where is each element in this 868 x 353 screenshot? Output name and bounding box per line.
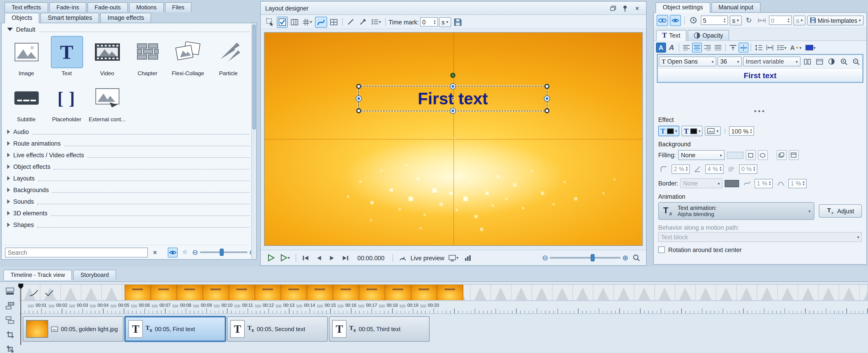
zoom-fit-icon[interactable] bbox=[630, 252, 642, 263]
font-family-dropdown[interactable]: T Open Sans▾ bbox=[659, 57, 716, 66]
favorites-star-icon[interactable]: ☆ bbox=[180, 247, 190, 257]
italic-button[interactable]: A bbox=[666, 42, 677, 53]
tab-files[interactable]: Files bbox=[165, 2, 192, 12]
corner-radius-spinner[interactable]: 2 %▴▾ bbox=[672, 164, 690, 173]
spinner-arrows-icon[interactable]: ▴▾ bbox=[724, 18, 725, 23]
edit-mode-checkbox-icon[interactable] bbox=[277, 17, 288, 28]
handle-bottom-right[interactable] bbox=[545, 108, 550, 113]
offset-unit-dropdown[interactable]: s▾ bbox=[793, 15, 805, 25]
handle-top-center[interactable] bbox=[451, 84, 456, 89]
slider-thumb[interactable] bbox=[591, 254, 595, 261]
object-subtitle[interactable]: Subtitle bbox=[6, 82, 46, 122]
spinner-arrows-icon[interactable]: ▴▾ bbox=[750, 128, 752, 134]
object-image[interactable]: Image bbox=[6, 36, 46, 76]
filling-dropdown[interactable]: None▾ bbox=[678, 150, 724, 160]
align-right-button[interactable] bbox=[703, 42, 713, 53]
link-duration-icon[interactable] bbox=[657, 14, 668, 26]
tab-storyboard[interactable]: Storyboard bbox=[73, 270, 116, 280]
step-forward-icon[interactable] bbox=[327, 252, 338, 263]
subtab-opacity[interactable]: Opacity bbox=[688, 30, 729, 40]
clip-first-text[interactable]: T Tx 00:05, First text bbox=[125, 316, 226, 342]
text-outline-style-button[interactable]: T ▾ bbox=[682, 126, 703, 136]
section-default[interactable]: Default bbox=[2, 23, 256, 35]
text-object-selection[interactable]: First text bbox=[358, 86, 548, 112]
filling-color-swatch[interactable] bbox=[727, 151, 743, 159]
border-dropdown[interactable]: None▾ bbox=[681, 178, 723, 188]
canvas-zoom-slider[interactable]: ⊖ ⊕ bbox=[542, 254, 628, 261]
restore-window-icon[interactable] bbox=[609, 4, 617, 12]
border-blur-spinner[interactable]: 1 %▴▾ bbox=[788, 179, 806, 188]
object-text[interactable]: T Text bbox=[46, 36, 87, 76]
loop-refresh-icon[interactable]: ↻ bbox=[743, 14, 754, 26]
tab-manual-input[interactable]: Manual input bbox=[711, 2, 761, 12]
monitor-icon[interactable]: ▾ bbox=[446, 252, 460, 263]
select-tool-icon[interactable] bbox=[264, 17, 276, 28]
splitter-handle[interactable]: ••• bbox=[654, 109, 866, 114]
char-spacing-button[interactable] bbox=[765, 42, 775, 53]
grid-icon[interactable]: ▾ bbox=[301, 17, 314, 28]
layers-icon[interactable] bbox=[4, 301, 16, 311]
spinner-arrows-icon[interactable]: ▴▾ bbox=[788, 18, 789, 23]
adjust-animation-button[interactable]: T x Adjust bbox=[819, 204, 862, 218]
section-live-effects[interactable]: Live effects / Video effects bbox=[2, 149, 256, 161]
motion-path-dropdown[interactable]: Text block▾ bbox=[658, 232, 862, 242]
zoom-in-icon[interactable]: ⊕ bbox=[622, 254, 628, 261]
playhead[interactable] bbox=[21, 284, 21, 345]
pen-line-icon[interactable] bbox=[358, 17, 369, 28]
align-center-button[interactable] bbox=[692, 42, 702, 53]
thumbnail-zoom-slider[interactable]: ⊖ ⊕ bbox=[192, 248, 255, 256]
tab-objects[interactable]: Objects bbox=[4, 13, 39, 23]
handle-bottom-left[interactable] bbox=[356, 108, 361, 113]
zoom-out-icon[interactable]: ⊖ bbox=[542, 254, 548, 261]
font-color-button[interactable]: A bbox=[656, 42, 666, 53]
section-backgrounds[interactable]: Backgrounds bbox=[2, 184, 256, 196]
spinner-arrows-icon[interactable]: ▴▾ bbox=[434, 19, 435, 25]
rotation-handle[interactable] bbox=[451, 73, 456, 78]
text-effects-button[interactable]: A✦▾ bbox=[789, 42, 803, 53]
preview-eye-icon[interactable] bbox=[168, 247, 178, 257]
rotation-checkbox[interactable] bbox=[658, 246, 665, 253]
blur-spinner[interactable]: 0 %▴▾ bbox=[739, 164, 757, 173]
frame-style-button[interactable] bbox=[777, 150, 787, 160]
handle-middle-right[interactable] bbox=[545, 96, 550, 101]
offset-spinner[interactable]: 0 ▴▾ bbox=[769, 16, 792, 25]
slope-spinner[interactable]: 4 %▴▾ bbox=[705, 164, 723, 173]
slider-thumb[interactable] bbox=[220, 248, 223, 256]
time-mark-spinner[interactable]: 0 ▴▾ bbox=[420, 17, 438, 26]
tab-timeline-track-view[interactable]: Timeline - Track view bbox=[3, 270, 72, 280]
duration-unit-dropdown[interactable]: s▾ bbox=[730, 15, 742, 25]
crop-icon[interactable] bbox=[4, 329, 16, 340]
zoom-out-text-icon[interactable] bbox=[850, 56, 861, 67]
tab-image-effects[interactable]: Image effects bbox=[100, 13, 151, 23]
tab-smart-templates[interactable]: Smart templates bbox=[40, 13, 99, 23]
line-spacing-button[interactable] bbox=[753, 42, 764, 53]
clear-search-icon[interactable]: × bbox=[150, 247, 160, 257]
pin-window-icon[interactable] bbox=[621, 4, 629, 12]
text-layout-icon[interactable] bbox=[814, 56, 825, 67]
timeline-ruler[interactable]: 00:0150000:0250000:0350000:0450000:05500… bbox=[19, 302, 868, 314]
tab-fade-ins[interactable]: Fade-ins bbox=[49, 2, 86, 12]
effect-opacity-spinner[interactable]: 100 % ▴▾ bbox=[729, 126, 754, 136]
search-input[interactable] bbox=[5, 247, 148, 257]
visibility-eye-icon[interactable] bbox=[670, 14, 681, 26]
section-sounds[interactable]: Sounds bbox=[2, 196, 256, 207]
texture-fill-button[interactable]: ▾ bbox=[705, 126, 721, 136]
zoom-out-icon[interactable]: ⊖ bbox=[192, 248, 198, 256]
font-size-dropdown[interactable]: 36▾ bbox=[717, 57, 742, 66]
border-width-spinner[interactable]: 1 %▴▾ bbox=[754, 179, 773, 188]
duration-spinner[interactable]: 5 ▴▾ bbox=[701, 16, 728, 25]
tab-object-settings[interactable]: Object settings bbox=[655, 2, 710, 13]
time-unit-dropdown[interactable]: s▾ bbox=[439, 17, 451, 27]
section-3d-elements[interactable]: 3D elements bbox=[2, 207, 256, 219]
clip-third-text[interactable]: T Tx 00:05, Third text bbox=[329, 316, 429, 342]
clip-golden-light[interactable]: 00:05, golden light.jpg bbox=[23, 316, 123, 342]
section-object-effects[interactable]: Object effects bbox=[2, 161, 256, 172]
section-layouts[interactable]: Layouts bbox=[2, 172, 256, 184]
object-flexi-collage[interactable]: Flexi-Collage bbox=[168, 36, 208, 76]
handle-top-left[interactable] bbox=[356, 84, 361, 89]
fade-out-curve-icon[interactable] bbox=[45, 290, 54, 296]
list-options-icon[interactable]: ▾ bbox=[370, 17, 382, 28]
valign-middle-button[interactable] bbox=[739, 42, 749, 53]
save-icon[interactable] bbox=[452, 17, 463, 28]
swap-layout-icon[interactable] bbox=[802, 56, 813, 67]
